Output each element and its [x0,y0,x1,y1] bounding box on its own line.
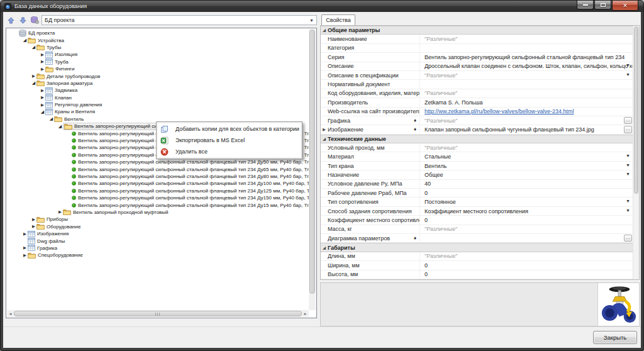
context-menu-item[interactable]: Добавить копии для всех объектов в катег… [158,123,301,135]
expanded-arrow-icon[interactable]: ◢ [321,245,328,250]
tree-vertical-scrollbar[interactable] [309,29,316,310]
tree-item[interactable]: ◢Устройства [7,36,309,43]
expanded-arrow-icon[interactable]: ◢ [321,28,328,33]
collapsed-arrow-icon[interactable]: ▶ [40,103,45,108]
property-value[interactable]: Стальные▼ [419,152,633,160]
tree-item[interactable]: Вентиль запорно-регулирующий сильфонный … [7,187,309,194]
dropdown-arrow-icon[interactable]: ▼ [626,153,630,158]
tree-item[interactable]: ▶Задвижка [7,87,309,94]
property-value[interactable]: Вентиль запорно-регулирующий сильфонный … [419,53,633,61]
property-value[interactable] [419,44,633,52]
move-up-button[interactable] [6,15,16,26]
database-selector[interactable]: БД проекта ▼ [42,15,317,25]
property-value[interactable]: 0 [419,270,633,279]
scroll-thumb[interactable] [634,26,638,194]
tree-item[interactable]: Вентиль запорно-регулирующий сильфонный … [7,165,309,172]
property-value[interactable]: 40 [419,180,633,188]
dropdown-arrow-icon[interactable]: ▼ [626,163,630,167]
expanded-arrow-icon[interactable]: ◢ [31,81,36,86]
close-window-button[interactable]: ✕ [612,1,638,11]
collapsed-arrow-icon[interactable]: ▶ [31,74,36,79]
property-value[interactable]: Коэффициент местного сопротивления▼ [419,207,633,215]
tree-item[interactable]: ▶Изоляция [7,51,309,58]
property-value[interactable]: "Различные" [419,143,633,152]
expanded-arrow-icon[interactable]: ◢ [40,109,45,114]
context-menu-item[interactable]: Удалить все [158,146,301,157]
collapsed-arrow-icon[interactable]: ▶ [40,67,45,72]
property-section-header[interactable]: ◢Габариты [321,243,633,252]
tree-item[interactable]: ▶Вентиль запорный проходной муфтовый [7,209,309,216]
dropdown-arrow-icon[interactable]: ▼ [626,63,630,67]
property-value[interactable]: … [419,234,633,242]
collapsed-arrow-icon[interactable]: ▶ [40,88,45,93]
property-value[interactable]: "Различные"… [419,116,633,125]
context-menu-item[interactable]: Экпортировать в MS Excel [158,135,301,146]
property-value[interactable]: "Различные" [419,89,633,98]
collapsed-arrow-icon[interactable]: ▶ [22,231,28,237]
collapsed-arrow-icon[interactable]: ▶ [31,217,36,222]
tree-item[interactable]: Dwg файлы [7,237,309,244]
move-down-button[interactable] [18,15,28,26]
tree-item[interactable]: БД проекта [7,30,309,36]
property-value[interactable]: 0 [419,216,633,224]
collapsed-arrow-icon[interactable]: ▶ [40,95,45,100]
property-value[interactable]: Вентиль▼ [419,162,633,170]
property-value[interactable]: "Различные" [419,225,633,233]
tree-item[interactable]: Вентиль запорно-регулирующий сильфонный … [7,201,309,208]
property-value[interactable]: Клапан запорный сильфонный чугунный флан… [419,125,633,133]
close-button[interactable]: Закрыть [593,331,637,344]
tab-properties[interactable]: Свойства [321,14,355,25]
dropdown-arrow-icon[interactable]: ▼ [626,72,630,77]
property-value[interactable] [419,80,633,88]
property-value[interactable]: Дроссельный клапан соединен с сильфоном.… [419,62,633,70]
tree-item[interactable]: Вентиль запорно-регулирующий сильфонный … [7,180,309,187]
grid-vertical-scrollbar[interactable] [633,26,639,279]
tree-item[interactable]: Вентиль запорно-регулирующий сильфонный … [7,159,309,165]
tree-item[interactable]: Вентиль запорно-регулирующий сильфонный … [7,194,309,201]
dropdown-arrow-icon[interactable]: ▼ [626,208,630,213]
tree-item[interactable]: ▶Труба [7,58,309,65]
tree-item[interactable]: ▶Приборы [7,216,309,223]
tree-item[interactable]: ▶Спецоборудование [7,252,309,259]
expanded-arrow-icon[interactable]: ◢ [321,136,328,142]
browse-button[interactable]: … [624,235,632,242]
tree-item[interactable]: ▶Изображения [7,230,309,237]
browse-button[interactable]: … [624,117,632,125]
tree-item[interactable]: ◢Краны и Вентиля [7,108,309,115]
scroll-left-icon[interactable]: ◄ [7,312,14,316]
collapsed-arrow-icon[interactable]: ▶ [22,245,28,250]
property-value[interactable]: Zetkama S. A. Польша [419,98,633,106]
property-value[interactable]: Постоянное▼ [419,198,633,206]
property-value[interactable]: "Различные" [419,35,633,43]
property-value[interactable]: Общее▼ [419,170,633,179]
property-section-header[interactable]: ◢Общие параметры [321,26,633,35]
property-value[interactable]: "Различные" [419,252,633,260]
scroll-thumb[interactable] [309,30,315,294]
scroll-thumb[interactable] [14,311,302,316]
tree-item[interactable]: ▶Детали трубопроводов [7,72,309,79]
property-value[interactable]: "Различные"▼ [419,71,633,79]
scroll-right-icon[interactable]: ► [302,312,309,316]
manufacturer-link[interactable]: http://ww.zetkama.pl/ru/bellow-valves/be… [425,108,574,114]
property-section-header[interactable]: ◢Технические данные [321,135,633,143]
property-value[interactable]: 0 [419,261,633,269]
collapsed-arrow-icon[interactable]: ▶ [40,52,45,57]
expanded-arrow-icon[interactable]: ◢ [22,38,28,43]
expanded-arrow-icon[interactable]: ◢ [31,45,36,50]
property-value[interactable]: 0 [419,189,633,197]
collapsed-arrow-icon[interactable]: ▶ [321,127,328,132]
tree-item[interactable]: Вентиль запорно-регулирующий сильфонный … [7,173,309,180]
tree-item[interactable]: ◢Трубы [7,44,309,51]
tree-horizontal-scrollbar[interactable]: ◄ ► [7,310,309,317]
tree-item[interactable]: ▶Графика [7,245,309,252]
tree-item[interactable]: ▶Клапан [7,94,309,101]
database-edit-button[interactable] [30,15,40,26]
titlebar[interactable]: База данных оборудования ✕ [1,1,643,12]
maximize-button[interactable] [594,1,611,9]
minimize-button[interactable] [577,1,594,9]
tree-item[interactable]: ▶Регулятор давления [7,101,309,108]
tree-item[interactable]: ▶Оборудование [7,223,309,230]
expanded-arrow-icon[interactable]: ◢ [48,116,54,121]
tree-item[interactable]: ▶Фитинги [7,65,309,72]
dropdown-arrow-icon[interactable]: ▼ [626,172,630,176]
